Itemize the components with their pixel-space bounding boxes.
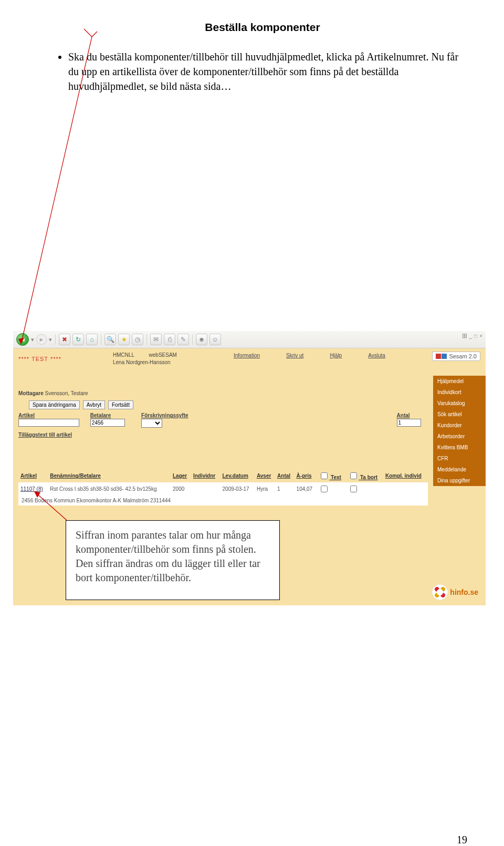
hinfo-dots-icon bbox=[432, 584, 448, 600]
mail-icon[interactable]: ✉ bbox=[150, 334, 162, 345]
sidebar-item[interactable]: Dina uppgifter bbox=[433, 475, 486, 486]
td-lager: 2000 bbox=[171, 482, 191, 496]
app-header: **** TEST **** HMCNLL webSESAM Lena Nord… bbox=[13, 348, 486, 375]
td-avser: Hyra bbox=[255, 482, 275, 496]
th-artikel[interactable]: Artikel bbox=[18, 469, 48, 482]
sidebar-item[interactable]: Kvittera BMB bbox=[433, 442, 486, 453]
document-list: Ska du beställa komponenter/tillbehör ti… bbox=[58, 49, 467, 94]
close-button[interactable]: × bbox=[479, 333, 482, 339]
th-tabort[interactable]: Ta bort bbox=[346, 469, 383, 482]
hinfo-logo: hinfo.se bbox=[432, 584, 478, 600]
cancel-button[interactable]: Avbryt bbox=[83, 400, 105, 409]
system-label: webSESAM bbox=[149, 352, 177, 358]
td-kompl bbox=[383, 482, 428, 496]
discuss-icon[interactable]: ☻ bbox=[196, 334, 207, 345]
document-bullet: Ska du beställa komponenter/tillbehör ti… bbox=[68, 49, 467, 94]
forskrivning-select[interactable] bbox=[141, 419, 162, 428]
th-avser[interactable]: Avser bbox=[255, 469, 275, 482]
td-tabort bbox=[346, 482, 383, 496]
th-lager[interactable]: Lager bbox=[171, 469, 191, 482]
callout-text: Siffran inom parantes talar om hur många… bbox=[76, 529, 260, 583]
artikel-label: Artikel bbox=[18, 412, 81, 418]
tabort-header-checkbox[interactable] bbox=[350, 472, 357, 479]
antal-label: Antal bbox=[397, 412, 428, 418]
sidebar-item[interactable]: Hjälpmedel bbox=[433, 376, 486, 387]
sesam-badge: Sesam 2.0 bbox=[432, 352, 480, 361]
save-button[interactable]: Spara ändringarna bbox=[29, 400, 80, 409]
sidebar-item[interactable]: Varukatalog bbox=[433, 398, 486, 409]
article-table: Artikel Benämning/Betalare Lager Individ… bbox=[18, 469, 428, 496]
document-title: Beställa komponenter bbox=[58, 21, 467, 34]
nav-avsluta[interactable]: Avsluta bbox=[368, 353, 385, 358]
th-levdatum[interactable]: Lev.datum bbox=[220, 469, 255, 482]
th-kompl[interactable]: Kompl. individ bbox=[383, 469, 428, 482]
main-area: Mottagare Svensson, Testare Spara ändrin… bbox=[13, 375, 486, 505]
th-apris[interactable]: À-pris bbox=[295, 469, 317, 482]
user-label: Lena Nordgren-Hansson bbox=[113, 359, 171, 365]
refresh-icon[interactable]: ↻ bbox=[72, 334, 84, 345]
nav-information[interactable]: Information bbox=[234, 353, 260, 358]
text-header-checkbox[interactable] bbox=[321, 472, 328, 479]
payer-row: 2456 Bodens Kommun Ekonomikontor A-K Mal… bbox=[18, 496, 428, 505]
stop-icon[interactable]: ✖ bbox=[59, 334, 70, 345]
td-benamning: Rst Cross I sb35 sh38-50 sd36- 42.5 bv12… bbox=[48, 482, 171, 496]
sidebar: Hjälpmedel Individkort Varukatalog Sök a… bbox=[433, 376, 486, 486]
minimize-button[interactable]: _ bbox=[469, 333, 472, 339]
nav-skriv-ut[interactable]: Skriv ut bbox=[286, 353, 303, 358]
mottagare-label: Mottagare bbox=[18, 390, 44, 396]
back-button[interactable]: ◄ bbox=[16, 333, 29, 346]
td-levdatum: 2009-03-17 bbox=[220, 482, 255, 496]
test-label: **** TEST **** bbox=[18, 356, 61, 362]
th-text[interactable]: Text bbox=[317, 469, 346, 482]
sidebar-item[interactable]: Sök artikel bbox=[433, 409, 486, 420]
unit-label: HMCNLL bbox=[113, 352, 134, 358]
browser-toolbar: ◄ ▾ ► ▾ ✖ ↻ ⌂ 🔍 ★ ◷ ✉ ⎙ ✎ ☻ ☺ ⊞ _ □ × bbox=[13, 331, 486, 348]
betalare-label: Betalare bbox=[90, 412, 132, 418]
table-row: 11107 (8) Rst Cross I sb35 sh38-50 sd36-… bbox=[18, 482, 428, 496]
search-icon[interactable]: 🔍 bbox=[104, 334, 116, 345]
td-individnr bbox=[191, 482, 220, 496]
th-antal[interactable]: Antal bbox=[275, 469, 294, 482]
sidebar-item[interactable]: Kundorder bbox=[433, 420, 486, 431]
th-individnr[interactable]: Individnr bbox=[191, 469, 220, 482]
messenger-icon[interactable]: ☺ bbox=[209, 334, 221, 345]
nav-hjalp[interactable]: Hjälp bbox=[330, 353, 342, 358]
sidebar-item[interactable]: CFR bbox=[433, 453, 486, 464]
td-text bbox=[317, 482, 346, 496]
maximize-button[interactable]: □ bbox=[474, 333, 477, 339]
row-tabort-checkbox[interactable] bbox=[350, 486, 357, 492]
td-apris: 104,07 bbox=[295, 482, 317, 496]
td-antal: 1 bbox=[275, 482, 294, 496]
win-flag-icon: ⊞ bbox=[462, 332, 467, 339]
sidebar-item[interactable]: Individkort bbox=[433, 387, 486, 398]
print-icon[interactable]: ⎙ bbox=[164, 334, 175, 345]
continue-button[interactable]: Fortsätt bbox=[108, 400, 133, 409]
history-icon[interactable]: ◷ bbox=[132, 334, 143, 345]
favorites-icon[interactable]: ★ bbox=[118, 334, 130, 345]
artikel-link[interactable]: 11107 (8) bbox=[20, 486, 43, 492]
forward-button[interactable]: ► bbox=[36, 334, 47, 345]
row-text-checkbox[interactable] bbox=[321, 486, 328, 492]
sidebar-item[interactable]: Meddelande bbox=[433, 464, 486, 475]
th-benamning[interactable]: Benämning/Betalare bbox=[48, 469, 171, 482]
tillagg-link[interactable]: Tilläggstext till artikel bbox=[18, 432, 428, 438]
app-screenshot: ◄ ▾ ► ▾ ✖ ↻ ⌂ 🔍 ★ ◷ ✉ ⎙ ✎ ☻ ☺ ⊞ _ □ × bbox=[13, 331, 486, 605]
callout-box: Siffran inom parantes talar om hur många… bbox=[66, 520, 280, 600]
sidebar-item[interactable]: Arbetsorder bbox=[433, 431, 486, 442]
edit-icon[interactable]: ✎ bbox=[177, 334, 189, 345]
betalare-input[interactable] bbox=[90, 419, 125, 427]
antal-input[interactable] bbox=[397, 419, 421, 427]
page-number: 19 bbox=[457, 834, 467, 846]
home-icon[interactable]: ⌂ bbox=[86, 334, 98, 345]
artikel-input[interactable] bbox=[18, 419, 79, 427]
mottagare-value: Svensson, Testare bbox=[45, 390, 88, 396]
forskrivning-label: Förskrivningssyfte bbox=[141, 412, 219, 418]
